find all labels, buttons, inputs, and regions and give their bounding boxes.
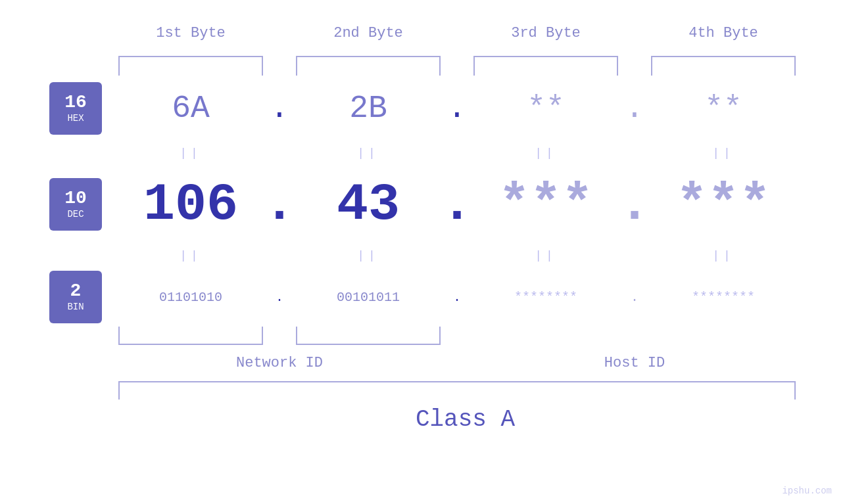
class-bracket-row	[33, 381, 812, 400]
bin-byte3: ********	[473, 290, 618, 305]
dec-badge-area: 10 DEC	[33, 178, 118, 231]
eq1-b4: ||	[651, 147, 796, 160]
eq1-b3: ||	[473, 147, 618, 160]
bot-bracket-byte2	[296, 327, 441, 345]
hex-byte1: 6A	[118, 91, 263, 126]
network-id-label: Network ID	[118, 355, 441, 371]
dec-row: 10 DEC 106 . 43 . *** . ***	[33, 165, 812, 244]
hex-byte4: **	[651, 91, 796, 126]
eq1-b1: ||	[118, 147, 263, 160]
hex-byte3: **	[473, 91, 618, 126]
hex-dot2: .	[441, 91, 473, 126]
main-container: 1st Byte 2nd Byte 3rd Byte 4th Byte 16 H…	[0, 0, 845, 504]
bin-byte4: ********	[651, 290, 796, 305]
bin-byte1: 01101010	[118, 290, 263, 305]
hex-badge: 16 HEX	[49, 82, 102, 135]
bracket-byte1	[118, 56, 263, 76]
bin-dot1: .	[263, 290, 296, 305]
bottom-byte-brackets	[33, 327, 812, 345]
watermark: ipshu.com	[782, 486, 832, 496]
hex-dot3: .	[618, 91, 651, 126]
dec-dot1: .	[263, 175, 296, 235]
eq2-b4: ||	[651, 249, 796, 262]
eq1-b2: ||	[296, 147, 441, 160]
dec-byte3: ***	[473, 175, 618, 235]
bin-badge: 2 BIN	[49, 271, 102, 323]
class-bracket	[118, 381, 796, 400]
dec-dot3: .	[618, 175, 651, 235]
bin-row: 2 BIN 01101010 . 00101011 . ******** . *…	[33, 267, 812, 327]
byte-4-label: 4th Byte	[651, 13, 796, 53]
class-label: Class A	[76, 406, 845, 433]
byte-headers: 1st Byte 2nd Byte 3rd Byte 4th Byte	[33, 13, 812, 53]
dec-badge: 10 DEC	[49, 178, 102, 231]
dec-byte2: 43	[296, 175, 441, 235]
dec-dot2: .	[441, 175, 473, 235]
eq-row-2: || || || ||	[33, 244, 812, 267]
id-labels: Network ID Host ID	[33, 345, 812, 381]
bracket-byte4	[651, 56, 796, 76]
eq2-b3: ||	[473, 249, 618, 262]
eq-row-1: || || || ||	[33, 141, 812, 165]
bracket-byte2	[296, 56, 441, 76]
eq2-b1: ||	[118, 249, 263, 262]
bot-bracket-byte1	[118, 327, 263, 345]
bin-badge-area: 2 BIN	[33, 271, 118, 323]
eq2-b2: ||	[296, 249, 441, 262]
hex-row: 16 HEX 6A . 2B . ** . **	[33, 76, 812, 141]
hex-dot1: .	[263, 91, 296, 126]
bracket-byte3	[473, 56, 618, 76]
bin-dot3: .	[618, 290, 651, 305]
hex-badge-area: 16 HEX	[33, 82, 118, 135]
host-id-label: Host ID	[473, 355, 796, 371]
bin-dot2: .	[441, 290, 473, 305]
byte-1-label: 1st Byte	[118, 13, 263, 53]
byte-2-label: 2nd Byte	[296, 13, 441, 53]
hex-byte2: 2B	[296, 91, 441, 126]
bin-byte2: 00101011	[296, 290, 441, 305]
dec-byte1: 106	[118, 175, 263, 235]
byte-3-label: 3rd Byte	[473, 13, 618, 53]
top-brackets	[33, 56, 812, 76]
dec-byte4: ***	[651, 175, 796, 235]
